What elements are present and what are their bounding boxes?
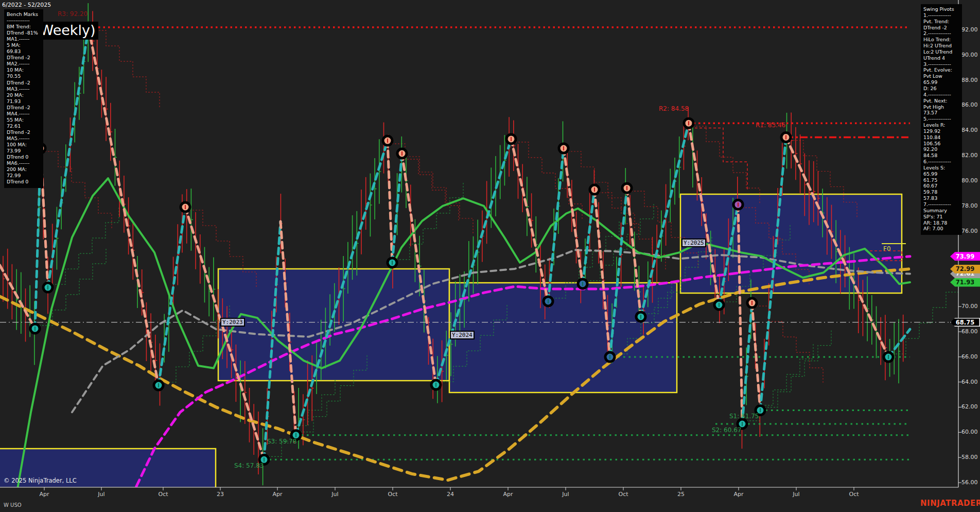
swing-high-marker[interactable]	[622, 183, 632, 193]
bench-marks-line: DTrend -81%	[7, 30, 41, 36]
bench-marks-line: 200 MA:	[7, 166, 41, 173]
swing-low-marker[interactable]	[578, 279, 587, 288]
swing-low-marker[interactable]	[388, 258, 397, 267]
price-axis-label: 66.00	[961, 353, 980, 360]
price-axis-label: 58.00	[961, 454, 980, 460]
swing-pivots-line: SP's: 71	[923, 214, 959, 220]
bench-marks-line: DTrend -2	[7, 80, 41, 86]
swing-low-marker[interactable]	[154, 381, 163, 390]
bench-marks-line: MA6.------	[7, 160, 41, 166]
swing-up-line	[392, 153, 402, 263]
swing-low-marker[interactable]	[714, 300, 724, 310]
bench-marks-line: 70.55	[7, 73, 41, 79]
swing-up-line	[742, 303, 752, 424]
resistance-step-line	[693, 126, 760, 203]
price-axis-label: 82.00	[961, 152, 980, 159]
bench-marks-line: DTrend -2	[7, 55, 41, 61]
swing-pivots-line: HiLo Trend:	[923, 37, 959, 43]
swing-low-marker[interactable]	[43, 283, 52, 292]
bench-marks-line: MA3.------	[7, 86, 41, 92]
swing-high-marker[interactable]	[506, 134, 516, 144]
ninjatrader-chart-window: 6/2022 - 52/2025 Bench Marks------------…	[0, 0, 980, 512]
time-axis-label: Jul	[793, 491, 799, 498]
bench-marks-line: Bench Marks	[7, 11, 41, 18]
swing-high-marker[interactable]	[181, 202, 190, 212]
year-label-box-2025[interactable]: Y:2025	[681, 238, 706, 247]
price-tag-ma-20: 71.93	[950, 278, 980, 287]
date-range: 6/2022 - 52/2025	[2, 2, 51, 8]
year-label-box-2023[interactable]: Y:2023	[220, 318, 245, 327]
swing-pivots-line: 84.58	[923, 152, 959, 159]
swing-pivots-line: 61.75	[923, 177, 959, 183]
swing-up-line	[548, 148, 564, 301]
bench-marks-line: -------------	[7, 18, 41, 24]
bench-marks-line: 69.83	[7, 48, 41, 55]
swing-low-marker[interactable]	[636, 312, 645, 321]
swing-pivots-line: Lo:2 UTrend	[923, 49, 959, 55]
swing-pivots-line: 110.84	[923, 134, 959, 141]
bench-marks-line: MA5.------	[7, 135, 41, 142]
time-axis-label: Jul	[562, 491, 569, 498]
plot-area[interactable]	[0, 3, 959, 512]
swing-pivots-line: Levels S:	[923, 165, 959, 171]
time-axis-label: Apr	[272, 491, 282, 498]
time-axis-label: Jul	[98, 491, 104, 498]
swing-high-marker[interactable]	[684, 118, 693, 128]
swing-pivots-line: 106.56	[923, 141, 959, 147]
swing-low-marker[interactable]	[544, 297, 553, 306]
bench-marks-line: 72.61	[7, 123, 41, 129]
symbol-label: W USO	[4, 502, 22, 508]
swing-pivots-line: AF: 7.00	[923, 226, 959, 232]
swing-pivots-line: 4.-------------	[923, 92, 959, 98]
time-axis-label: 24	[447, 491, 454, 498]
bench-marks-line: DTrend -2	[7, 105, 41, 111]
bench-marks-line: DTrend 0	[7, 154, 41, 160]
chart-canvas[interactable]	[0, 0, 980, 512]
f0-label: F0	[883, 245, 891, 252]
price-axis-label: 80.00	[961, 177, 980, 184]
swing-pivots-line: 65.99	[923, 171, 959, 177]
swing-high-marker[interactable]	[747, 298, 757, 308]
swing-pivots-line: Summary	[923, 208, 959, 214]
price-axis-label: 90.00	[961, 52, 980, 58]
projection-step-line	[695, 128, 747, 191]
time-axis-label: Jul	[331, 491, 338, 498]
time-axis-label: Oct	[388, 491, 397, 498]
price-tag-ma-200: 72.99	[950, 265, 980, 274]
swing-low-marker[interactable]	[431, 380, 441, 389]
swing-pivots-line: Pvt Low	[923, 73, 959, 79]
swing-down-line	[564, 148, 583, 284]
resistance-step-line	[45, 151, 112, 229]
s4-level-label: S4: 57.83	[234, 462, 264, 469]
price-axis-label: 78.00	[961, 202, 980, 209]
price-axis-label: 68.00	[961, 328, 980, 335]
year-label-box-2024[interactable]: Y:2024	[450, 331, 475, 339]
swing-pivots-line: Pvt. Next:	[923, 98, 959, 104]
swing-pivots-line: 129.92	[923, 128, 959, 134]
bench-marks-line: 5 MA:	[7, 42, 41, 48]
swing-low-marker[interactable]	[605, 352, 615, 362]
bench-marks-line: 10 MA:	[7, 67, 41, 73]
price-axis-label: 84.00	[961, 127, 980, 133]
swing-high-marker[interactable]	[383, 136, 392, 145]
bench-marks-line: MA4.------	[7, 111, 41, 117]
time-axis-label: Apr	[39, 491, 49, 498]
bench-marks-line: 72.99	[7, 173, 41, 179]
swing-high-marker[interactable]	[590, 185, 599, 194]
swing-pivots-line: 60.67	[923, 183, 959, 189]
price-axis-label: 70.00	[961, 303, 980, 310]
swing-pivots-line: 3.-------------	[923, 61, 959, 67]
time-axis-label: Oct	[618, 491, 628, 498]
swing-pivots-line: DTrend -2	[923, 25, 959, 31]
bench-marks-line: 73.99	[7, 148, 41, 154]
swing-high-marker[interactable]	[397, 149, 407, 158]
swing-pivots-line: 7.-------------	[923, 201, 959, 208]
swing-pivots-line: D: 26	[923, 86, 959, 92]
swing-low-marker[interactable]	[30, 324, 40, 333]
swing-high-marker[interactable]	[781, 133, 791, 142]
swing-pivots-line: UTrend 4	[923, 55, 959, 61]
swing-high-marker[interactable]	[559, 144, 568, 153]
swing-low-marker[interactable]	[884, 352, 893, 362]
swing-high-marker[interactable]	[733, 200, 743, 209]
swing-pivots-line: 5.-------------	[923, 116, 959, 122]
